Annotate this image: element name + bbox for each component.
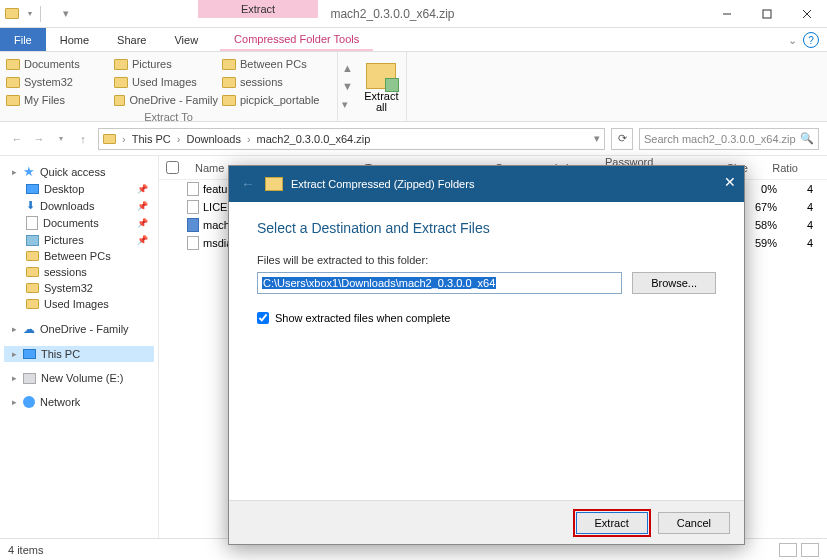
sidebar-item[interactable]: sessions <box>4 264 154 280</box>
properties-icon[interactable]: ▾ <box>58 6 74 22</box>
dialog-close-button[interactable]: ✕ <box>724 174 736 190</box>
sidebar-item[interactable]: Between PCs <box>4 248 154 264</box>
navigation-pane: ▸★Quick access Desktop📌 ⬇Downloads📌 Docu… <box>0 156 159 538</box>
cloud-icon: ☁ <box>23 322 35 336</box>
sidebar-quick-access[interactable]: ▸★Quick access <box>4 162 154 181</box>
extract-target[interactable]: My Files <box>6 91 110 109</box>
pin-icon: 📌 <box>137 235 148 245</box>
text-file-icon <box>187 182 199 196</box>
destination-input[interactable]: C:\Users\xbox1\Downloads\mach2_0.3.0.0_x… <box>257 272 622 294</box>
downloads-icon: ⬇ <box>26 199 35 212</box>
share-tab[interactable]: Share <box>103 28 160 51</box>
extract-target[interactable]: Used Images <box>114 73 218 91</box>
sidebar-item[interactable]: Desktop📌 <box>4 181 154 197</box>
qat-separator <box>40 6 56 22</box>
pictures-icon <box>26 235 39 246</box>
gallery-more-icon[interactable]: ▾ <box>342 98 353 111</box>
extract-button[interactable]: Extract <box>576 512 648 534</box>
sidebar-item[interactable]: ⬇Downloads📌 <box>4 197 154 214</box>
folder-icon <box>26 283 39 293</box>
close-button[interactable] <box>787 0 827 28</box>
pin-icon: 📌 <box>137 201 148 211</box>
extract-dialog: ← Extract Compressed (Zipped) Folders ✕ … <box>228 165 745 545</box>
maximize-button[interactable] <box>747 0 787 28</box>
sidebar-this-pc[interactable]: ▸This PC <box>4 346 154 362</box>
scroll-down-icon[interactable]: ▼ <box>342 80 353 92</box>
minimize-button[interactable] <box>707 0 747 28</box>
breadcrumb[interactable]: Downloads <box>186 133 240 145</box>
destination-label: Files will be extracted to this folder: <box>257 254 716 266</box>
breadcrumb[interactable]: This PC <box>132 133 171 145</box>
cancel-button[interactable]: Cancel <box>658 512 730 534</box>
search-icon: 🔍 <box>800 132 814 145</box>
sidebar-item[interactable]: Used Images <box>4 296 154 312</box>
qat-dropdown-icon[interactable]: ▾ <box>22 6 38 22</box>
extract-target[interactable]: Between PCs <box>222 55 326 73</box>
contextual-tab-label: Extract <box>198 0 318 18</box>
dll-file-icon <box>187 236 199 250</box>
file-tab[interactable]: File <box>0 28 46 51</box>
drive-icon <box>23 373 36 384</box>
dialog-title: Extract Compressed (Zipped) Folders <box>291 178 474 190</box>
show-extracted-checkbox[interactable]: Show extracted files when complete <box>257 312 716 324</box>
help-icon[interactable]: ? <box>803 32 819 48</box>
forward-button[interactable]: → <box>30 133 48 145</box>
sidebar-onedrive[interactable]: ▸☁OneDrive - Family <box>4 320 154 338</box>
address-dropdown-icon[interactable]: ▾ <box>594 132 600 145</box>
pin-icon: 📌 <box>137 184 148 194</box>
back-button[interactable]: ← <box>8 133 26 145</box>
ribbon-expand-icon[interactable]: ⌄ <box>788 34 797 47</box>
extract-all-icon <box>366 63 396 89</box>
extract-target[interactable]: sessions <box>222 73 326 91</box>
refresh-button[interactable]: ⟳ <box>611 128 633 150</box>
scroll-up-icon[interactable]: ▲ <box>342 62 353 74</box>
details-view-button[interactable] <box>779 543 797 557</box>
desktop-icon <box>26 184 39 194</box>
pin-icon: 📌 <box>137 218 148 228</box>
exe-file-icon <box>187 218 199 232</box>
extract-target[interactable]: Documents <box>6 55 110 73</box>
sidebar-item[interactable]: Documents📌 <box>4 214 154 232</box>
extract-target[interactable]: Pictures <box>114 55 218 73</box>
extract-target[interactable]: System32 <box>6 73 110 91</box>
folder-icon <box>26 267 39 277</box>
folder-icon <box>103 134 116 144</box>
svg-rect-1 <box>763 10 771 18</box>
sidebar-network[interactable]: ▸Network <box>4 394 154 410</box>
history-dropdown[interactable]: ▾ <box>52 134 70 143</box>
folder-icon <box>26 251 39 261</box>
dialog-back-button[interactable]: ← <box>241 176 255 192</box>
sidebar-item[interactable]: Pictures📌 <box>4 232 154 248</box>
ribbon-group-label: Extract To <box>6 109 331 123</box>
ribbon: Documents Pictures Between PCs System32 … <box>0 52 827 122</box>
network-icon <box>23 396 35 408</box>
select-all-checkbox[interactable] <box>166 161 179 174</box>
folder-icon <box>26 299 39 309</box>
zip-folder-icon <box>265 177 283 191</box>
search-placeholder: Search mach2_0.3.0.0_x64.zip <box>644 133 796 145</box>
documents-icon <box>26 216 38 230</box>
extract-target[interactable]: picpick_portable <box>222 91 326 109</box>
checkbox-input[interactable] <box>257 312 269 324</box>
browse-button[interactable]: Browse... <box>632 272 716 294</box>
col-ratio[interactable]: Ratio <box>757 156 807 179</box>
pc-icon <box>23 349 36 359</box>
search-input[interactable]: Search mach2_0.3.0.0_x64.zip 🔍 <box>639 128 819 150</box>
home-tab[interactable]: Home <box>46 28 103 51</box>
icons-view-button[interactable] <box>801 543 819 557</box>
extract-target[interactable]: OneDrive - Family <box>114 91 218 109</box>
file-icon <box>187 200 199 214</box>
window-title: mach2_0.3.0.0_x64.zip <box>78 7 707 21</box>
sidebar-item[interactable]: System32 <box>4 280 154 296</box>
extract-all-button[interactable]: Extract all <box>357 52 407 121</box>
compressed-tools-tab[interactable]: Compressed Folder Tools <box>220 28 373 51</box>
view-tab[interactable]: View <box>160 28 212 51</box>
breadcrumb[interactable]: mach2_0.3.0.0_x64.zip <box>257 133 371 145</box>
status-item-count: 4 items <box>8 544 43 556</box>
address-bar[interactable]: › This PC › Downloads › mach2_0.3.0.0_x6… <box>98 128 605 150</box>
sidebar-volume[interactable]: ▸New Volume (E:) <box>4 370 154 386</box>
dialog-heading: Select a Destination and Extract Files <box>257 220 716 236</box>
star-icon: ★ <box>23 164 35 179</box>
folder-icon <box>4 6 20 22</box>
up-button[interactable]: ↑ <box>74 133 92 145</box>
